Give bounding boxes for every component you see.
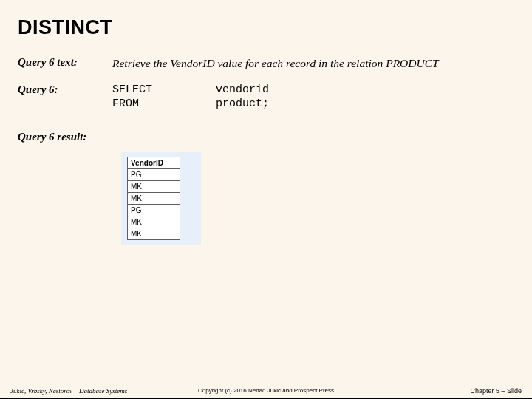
sql-keyword-from: FROM xyxy=(112,98,216,110)
slide-content: DISTINCT Query 6 text: Retrieve the Vend… xyxy=(0,0,532,245)
table-row: PG xyxy=(128,169,180,181)
table-row: MK xyxy=(128,228,180,240)
table-row: MK xyxy=(128,181,180,193)
slide-title: DISTINCT xyxy=(18,16,514,39)
sql-block: SELECT vendorid FROM product; xyxy=(112,83,269,110)
cell: PG xyxy=(128,205,180,216)
query-sql-row: Query 6: SELECT vendorid FROM product; xyxy=(18,83,514,110)
table-row: MK xyxy=(128,193,180,205)
table-row: MK xyxy=(128,216,180,228)
cell: MK xyxy=(128,193,180,205)
cell: MK xyxy=(128,216,180,228)
footer-left: Jukić, Vrbsky, Nestorov – Database Syste… xyxy=(10,387,127,395)
table-row: PG xyxy=(128,205,180,216)
cell: MK xyxy=(128,228,180,240)
query-result-row: Query 6 result: xyxy=(18,131,514,143)
result-table: VendorID PG MK MK PG MK MK xyxy=(127,157,180,240)
sql-value-table: product; xyxy=(216,98,269,110)
query-result-label: Query 6 result: xyxy=(18,131,112,143)
cell: PG xyxy=(128,169,180,181)
sql-keyword-select: SELECT xyxy=(112,83,216,96)
query-text: Retrieve the VendorID value for each rec… xyxy=(112,56,439,70)
query-text-label: Query 6 text: xyxy=(18,56,112,70)
footer-right: Chapter 5 – Slide xyxy=(470,387,522,395)
footer: Jukić, Vrbsky, Nestorov – Database Syste… xyxy=(0,387,532,395)
sql-value-cols: vendorid xyxy=(216,83,269,96)
query-text-row: Query 6 text: Retrieve the VendorID valu… xyxy=(18,56,514,70)
result-table-wrap: VendorID PG MK MK PG MK MK xyxy=(121,152,201,245)
cell: MK xyxy=(128,181,180,193)
query-sql-label: Query 6: xyxy=(18,83,112,110)
result-header: VendorID xyxy=(128,157,180,169)
footer-center: Copyright (c) 2016 Nenad Jukic and Prosp… xyxy=(198,387,334,394)
title-wrap: DISTINCT xyxy=(18,16,514,41)
